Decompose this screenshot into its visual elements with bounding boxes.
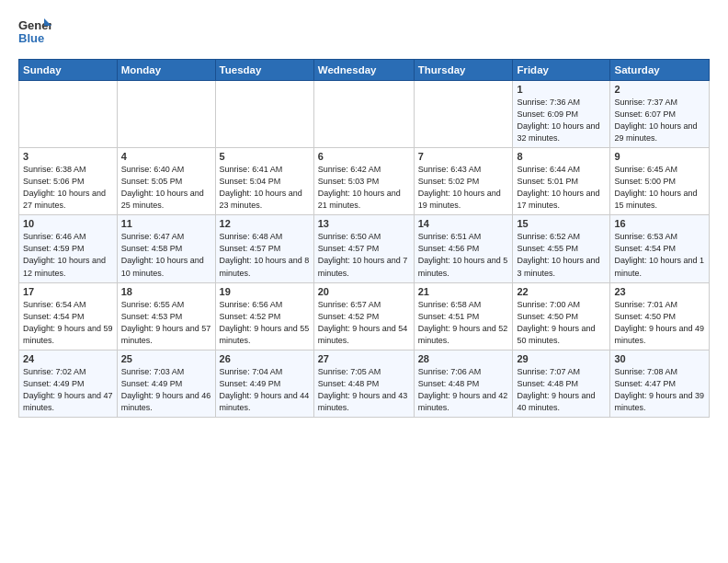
calendar-cell: [414, 81, 513, 148]
calendar-cell: 18Sunrise: 6:55 AM Sunset: 4:53 PM Dayli…: [117, 282, 215, 350]
cell-info: Sunrise: 7:37 AM Sunset: 6:07 PM Dayligh…: [614, 97, 705, 144]
cell-info: Sunrise: 7:07 AM Sunset: 4:48 PM Dayligh…: [517, 366, 606, 414]
day-number: 11: [121, 218, 211, 229]
calendar-cell: [117, 81, 215, 148]
cell-info: Sunrise: 7:02 AM Sunset: 4:49 PM Dayligh…: [23, 366, 113, 414]
cell-info: Sunrise: 6:43 AM Sunset: 5:02 PM Dayligh…: [418, 164, 509, 212]
cell-info: Sunrise: 6:57 AM Sunset: 4:52 PM Dayligh…: [318, 299, 410, 347]
weekday-header-row: SundayMondayTuesdayWednesdayThursdayFrid…: [19, 60, 710, 81]
logo-icon: General Blue: [18, 15, 51, 48]
calendar-cell: 21Sunrise: 6:58 AM Sunset: 4:51 PM Dayli…: [414, 282, 513, 350]
calendar-cell: 27Sunrise: 7:05 AM Sunset: 4:48 PM Dayli…: [313, 350, 414, 417]
weekday-tuesday: Tuesday: [215, 60, 313, 81]
calendar-cell: 20Sunrise: 6:57 AM Sunset: 4:52 PM Dayli…: [313, 282, 414, 350]
day-number: 18: [121, 286, 211, 297]
day-number: 21: [418, 286, 509, 297]
day-number: 17: [23, 286, 113, 297]
cell-info: Sunrise: 6:46 AM Sunset: 4:59 PM Dayligh…: [23, 231, 113, 279]
cell-info: Sunrise: 6:45 AM Sunset: 5:00 PM Dayligh…: [614, 164, 705, 212]
page: General Blue SundayMondayTuesdayWednesda…: [0, 0, 728, 432]
cell-info: Sunrise: 7:36 AM Sunset: 6:09 PM Dayligh…: [517, 97, 606, 144]
day-number: 29: [517, 353, 606, 364]
day-number: 13: [318, 218, 410, 229]
week-row-2: 3Sunrise: 6:38 AM Sunset: 5:06 PM Daylig…: [19, 148, 710, 215]
day-number: 23: [614, 286, 705, 297]
day-number: 3: [23, 151, 113, 162]
week-row-3: 10Sunrise: 6:46 AM Sunset: 4:59 PM Dayli…: [19, 215, 710, 282]
svg-text:Blue: Blue: [18, 31, 44, 45]
cell-info: Sunrise: 6:54 AM Sunset: 4:54 PM Dayligh…: [23, 299, 113, 347]
cell-info: Sunrise: 6:58 AM Sunset: 4:51 PM Dayligh…: [418, 299, 509, 347]
cell-info: Sunrise: 7:05 AM Sunset: 4:48 PM Dayligh…: [318, 366, 410, 414]
cell-info: Sunrise: 7:03 AM Sunset: 4:49 PM Dayligh…: [121, 366, 211, 414]
day-number: 16: [614, 218, 705, 229]
logo: General Blue: [18, 15, 51, 48]
cell-info: Sunrise: 6:47 AM Sunset: 4:58 PM Dayligh…: [121, 231, 211, 279]
weekday-thursday: Thursday: [414, 60, 513, 81]
day-number: 26: [220, 353, 310, 364]
day-number: 15: [517, 218, 606, 229]
day-number: 22: [517, 286, 606, 297]
cell-info: Sunrise: 6:44 AM Sunset: 5:01 PM Dayligh…: [517, 164, 606, 212]
calendar-cell: 8Sunrise: 6:44 AM Sunset: 5:01 PM Daylig…: [513, 148, 610, 215]
calendar-cell: 7Sunrise: 6:43 AM Sunset: 5:02 PM Daylig…: [414, 148, 513, 215]
cell-info: Sunrise: 7:04 AM Sunset: 4:49 PM Dayligh…: [220, 366, 310, 414]
weekday-wednesday: Wednesday: [313, 60, 414, 81]
calendar-cell: 14Sunrise: 6:51 AM Sunset: 4:56 PM Dayli…: [414, 215, 513, 282]
calendar-cell: [313, 81, 414, 148]
calendar-cell: 3Sunrise: 6:38 AM Sunset: 5:06 PM Daylig…: [19, 148, 118, 215]
cell-info: Sunrise: 6:52 AM Sunset: 4:55 PM Dayligh…: [517, 231, 606, 279]
day-number: 10: [23, 218, 113, 229]
week-row-5: 24Sunrise: 7:02 AM Sunset: 4:49 PM Dayli…: [19, 350, 710, 417]
calendar-cell: 13Sunrise: 6:50 AM Sunset: 4:57 PM Dayli…: [313, 215, 414, 282]
day-number: 4: [121, 151, 211, 162]
cell-info: Sunrise: 6:38 AM Sunset: 5:06 PM Dayligh…: [23, 164, 113, 212]
calendar-cell: 16Sunrise: 6:53 AM Sunset: 4:54 PM Dayli…: [610, 215, 710, 282]
calendar-cell: 15Sunrise: 6:52 AM Sunset: 4:55 PM Dayli…: [513, 215, 610, 282]
weekday-saturday: Saturday: [610, 60, 710, 81]
cell-info: Sunrise: 7:06 AM Sunset: 4:48 PM Dayligh…: [418, 366, 509, 414]
day-number: 5: [220, 151, 310, 162]
day-number: 30: [614, 353, 705, 364]
day-number: 27: [318, 353, 410, 364]
week-row-1: 1Sunrise: 7:36 AM Sunset: 6:09 PM Daylig…: [19, 81, 710, 148]
day-number: 14: [418, 218, 509, 229]
day-number: 8: [517, 151, 606, 162]
calendar-cell: 24Sunrise: 7:02 AM Sunset: 4:49 PM Dayli…: [19, 350, 118, 417]
calendar-cell: 22Sunrise: 7:00 AM Sunset: 4:50 PM Dayli…: [513, 282, 610, 350]
weekday-monday: Monday: [117, 60, 215, 81]
day-number: 1: [517, 84, 606, 95]
day-number: 12: [220, 218, 310, 229]
calendar-table: SundayMondayTuesdayWednesdayThursdayFrid…: [18, 59, 710, 418]
calendar-cell: 26Sunrise: 7:04 AM Sunset: 4:49 PM Dayli…: [215, 350, 313, 417]
cell-info: Sunrise: 6:42 AM Sunset: 5:03 PM Dayligh…: [318, 164, 410, 212]
calendar-cell: 10Sunrise: 6:46 AM Sunset: 4:59 PM Dayli…: [19, 215, 118, 282]
calendar-cell: 12Sunrise: 6:48 AM Sunset: 4:57 PM Dayli…: [215, 215, 313, 282]
cell-info: Sunrise: 6:41 AM Sunset: 5:04 PM Dayligh…: [220, 164, 310, 212]
cell-info: Sunrise: 6:55 AM Sunset: 4:53 PM Dayligh…: [121, 299, 211, 347]
calendar-cell: 9Sunrise: 6:45 AM Sunset: 5:00 PM Daylig…: [610, 148, 710, 215]
cell-info: Sunrise: 7:08 AM Sunset: 4:47 PM Dayligh…: [614, 366, 705, 414]
calendar-cell: 6Sunrise: 6:42 AM Sunset: 5:03 PM Daylig…: [313, 148, 414, 215]
calendar-cell: 2Sunrise: 7:37 AM Sunset: 6:07 PM Daylig…: [610, 81, 710, 148]
calendar-cell: 28Sunrise: 7:06 AM Sunset: 4:48 PM Dayli…: [414, 350, 513, 417]
header: General Blue: [18, 15, 710, 48]
cell-info: Sunrise: 6:40 AM Sunset: 5:05 PM Dayligh…: [121, 164, 211, 212]
day-number: 6: [318, 151, 410, 162]
calendar-cell: 1Sunrise: 7:36 AM Sunset: 6:09 PM Daylig…: [513, 81, 610, 148]
calendar-cell: 11Sunrise: 6:47 AM Sunset: 4:58 PM Dayli…: [117, 215, 215, 282]
cell-info: Sunrise: 6:53 AM Sunset: 4:54 PM Dayligh…: [614, 231, 705, 279]
day-number: 2: [614, 84, 705, 95]
calendar-cell: 17Sunrise: 6:54 AM Sunset: 4:54 PM Dayli…: [19, 282, 118, 350]
calendar-cell: 30Sunrise: 7:08 AM Sunset: 4:47 PM Dayli…: [610, 350, 710, 417]
day-number: 20: [318, 286, 410, 297]
calendar-cell: [19, 81, 118, 148]
week-row-4: 17Sunrise: 6:54 AM Sunset: 4:54 PM Dayli…: [19, 282, 710, 350]
calendar-cell: 5Sunrise: 6:41 AM Sunset: 5:04 PM Daylig…: [215, 148, 313, 215]
day-number: 9: [614, 151, 705, 162]
calendar-cell: 29Sunrise: 7:07 AM Sunset: 4:48 PM Dayli…: [513, 350, 610, 417]
weekday-friday: Friday: [513, 60, 610, 81]
day-number: 28: [418, 353, 509, 364]
day-number: 7: [418, 151, 509, 162]
weekday-sunday: Sunday: [19, 60, 118, 81]
